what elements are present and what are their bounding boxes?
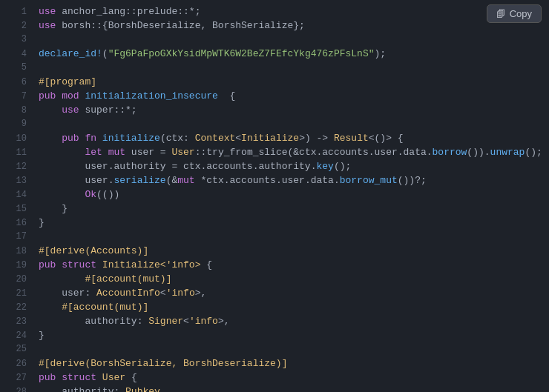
line-content: use anchor_lang::prelude::*; — [39, 6, 200, 17]
code-line: 23 authority: Signer<'info>, — [0, 316, 549, 330]
line-content: use super::*; — [39, 104, 137, 116]
code-line: 21 user: AccountInfo<'info>, — [0, 288, 549, 302]
line-content: #[derive(Accounts)] — [39, 245, 148, 256]
code-line: 12 user.authority = ctx.accounts.authori… — [0, 161, 549, 175]
line-number: 3 — [6, 34, 27, 44]
line-content: declare_id!("Fg6PaFpoGXkYsidMpWTK6W2BeZ7… — [39, 48, 386, 59]
code-line: 6#[program] — [0, 76, 549, 90]
code-line: 11 let mut user = User::try_from_slice(&… — [0, 147, 549, 161]
line-content: pub fn initialize(ctx: Context<Initializ… — [39, 133, 404, 144]
code-line: 24} — [0, 330, 549, 344]
line-number: 26 — [6, 359, 27, 369]
line-number: 14 — [6, 190, 27, 200]
copy-button[interactable]: 🗐 Copy — [487, 4, 542, 23]
code-block: 1use anchor_lang::prelude::*;2use borsh:… — [0, 6, 549, 392]
code-line: 13 user.serialize(&mut *ctx.accounts.use… — [0, 175, 549, 189]
code-line: 2use borsh::{BorshDeserialize, BorshSeri… — [0, 20, 549, 34]
copy-icon: 🗐 — [496, 9, 505, 19]
line-content: authority: Signer<'info>, — [39, 316, 230, 327]
line-number: 18 — [6, 246, 27, 256]
line-content: } — [39, 330, 45, 341]
line-number: 12 — [6, 162, 27, 172]
line-content: Ok(()) — [39, 189, 119, 200]
line-number: 21 — [6, 288, 27, 299]
line-content: authority: Pubkey, — [39, 386, 166, 392]
line-number: 17 — [6, 231, 27, 242]
line-content: #[account(mut)] — [39, 273, 171, 285]
code-line: 9 — [0, 119, 549, 133]
line-content: user.authority = ctx.accounts.authority.… — [39, 161, 351, 172]
code-line: 27pub struct User { — [0, 372, 549, 386]
code-line: 20 #[account(mut)] — [0, 273, 549, 288]
line-content: user.serialize(&mut *ctx.accounts.user.d… — [39, 175, 427, 186]
line-content: } — [39, 217, 45, 228]
line-number: 7 — [6, 91, 27, 102]
line-number: 4 — [6, 49, 27, 59]
line-content: pub mod initialization_insecure { — [39, 90, 235, 102]
line-content: } — [39, 203, 68, 214]
code-line: 17 — [0, 231, 549, 245]
code-line: 10 pub fn initialize(ctx: Context<Initia… — [0, 133, 549, 147]
line-number: 15 — [6, 204, 27, 214]
line-number: 27 — [6, 373, 27, 383]
code-line: 18#[derive(Accounts)] — [0, 245, 549, 259]
code-line: 3 — [0, 34, 549, 48]
code-line: 14 Ok(()) — [0, 189, 549, 203]
line-number: 10 — [6, 133, 27, 144]
line-number: 22 — [6, 302, 27, 313]
line-content: #[derive(BorshSerialize, BorshDeserializ… — [39, 358, 287, 369]
code-line: 15 } — [0, 203, 549, 217]
code-container: 🗐 Copy 1use anchor_lang::prelude::*;2use… — [0, 0, 549, 392]
copy-label: Copy — [510, 8, 532, 19]
line-content: #[account(mut)] — [39, 302, 148, 313]
line-number: 11 — [6, 147, 27, 158]
code-line: 19pub struct Initialize<'info> { — [0, 259, 549, 273]
code-line: 25 — [0, 344, 549, 358]
line-content: #[program] — [39, 76, 96, 87]
code-line: 16} — [0, 217, 549, 231]
line-number: 6 — [6, 77, 27, 87]
line-content: user: AccountInfo<'info>, — [39, 288, 206, 299]
line-number: 28 — [6, 387, 27, 392]
line-content: use borsh::{BorshDeserialize, BorshSeria… — [39, 20, 305, 31]
line-number: 5 — [6, 62, 27, 73]
line-number: 2 — [6, 21, 27, 31]
code-line: 4declare_id!("Fg6PaFpoGXkYsidMpWTK6W2BeZ… — [0, 48, 549, 62]
code-line: 1use anchor_lang::prelude::*; — [0, 6, 549, 20]
code-line: 28 authority: Pubkey, — [0, 386, 549, 392]
line-number: 16 — [6, 218, 27, 228]
line-number: 8 — [6, 105, 27, 116]
line-content: pub struct User { — [39, 372, 137, 383]
line-number: 19 — [6, 260, 27, 270]
line-content: pub struct Initialize<'info> { — [39, 259, 212, 270]
code-line: 26#[derive(BorshSerialize, BorshDeserial… — [0, 358, 549, 372]
code-line: 7pub mod initialization_insecure { — [0, 90, 549, 104]
line-number: 24 — [6, 330, 27, 341]
code-line: 5 — [0, 62, 549, 76]
line-number: 20 — [6, 274, 27, 285]
line-number: 23 — [6, 316, 27, 327]
line-number: 25 — [6, 344, 27, 354]
line-number: 13 — [6, 176, 27, 186]
line-number: 1 — [6, 7, 27, 17]
line-content: let mut user = User::try_from_slice(&ctx… — [39, 147, 542, 158]
code-line: 22 #[account(mut)] — [0, 302, 549, 316]
line-number: 9 — [6, 119, 27, 129]
code-line: 8 use super::*; — [0, 104, 549, 119]
